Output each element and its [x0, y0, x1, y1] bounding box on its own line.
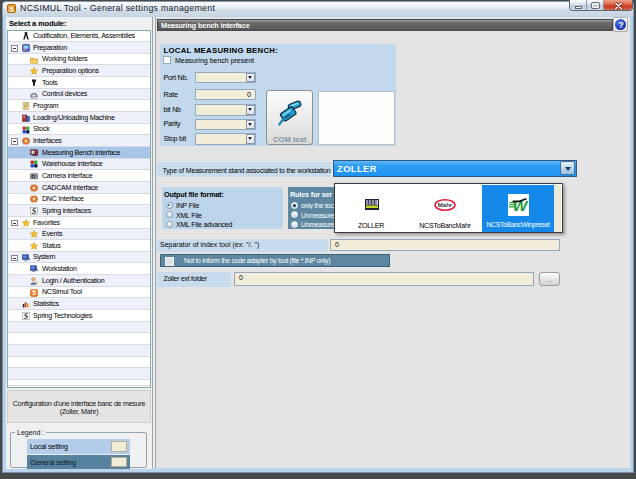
svg-text:Mahr: Mahr: [438, 202, 453, 208]
svg-text:S: S: [24, 312, 29, 320]
svg-text:S: S: [32, 207, 37, 215]
svg-text:5: 5: [32, 289, 36, 296]
